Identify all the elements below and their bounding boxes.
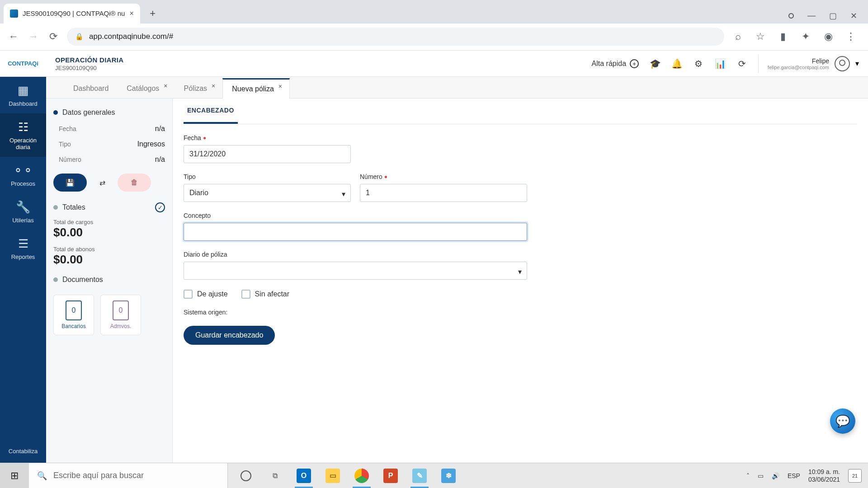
guardar-encabezado-button[interactable]: Guardar encabezado — [184, 326, 275, 345]
save-pill-button[interactable]: 💾 — [53, 174, 87, 192]
reading-list-icon[interactable]: ▮ — [777, 30, 789, 43]
menu-icon[interactable]: ⋮ — [844, 30, 857, 43]
close-tab-icon[interactable]: × — [129, 9, 133, 18]
doc-label: Bancarios — [61, 323, 85, 329]
user-menu[interactable]: Felipe felipe.garcia@contpaqi.com ▾ — [758, 55, 859, 73]
notepad-icon[interactable]: ✎ — [406, 463, 433, 488]
powerpoint-icon[interactable]: P — [377, 463, 404, 488]
browser-tab[interactable]: JES900109Q90 | CONTPAQi® nu × — [4, 4, 140, 23]
link-pill-button[interactable]: ⇄ — [92, 174, 112, 192]
numero-input[interactable] — [360, 184, 527, 202]
header-title-block: OPERACIÓN DIARIA JES900109Q90 — [55, 56, 123, 71]
taskbar-search[interactable]: 🔍 Escribe aquí para buscar — [29, 463, 228, 488]
clock[interactable]: 10:09 a. m. 03/06/2021 — [808, 468, 840, 483]
outlook-icon[interactable]: O — [290, 463, 317, 488]
browser-tab-strip: JES900109Q90 | CONTPAQi® nu × + — ▢ ✕ — [0, 0, 868, 23]
alta-rapida-button[interactable]: Alta rápida + — [592, 59, 639, 68]
doc-count: 0 — [72, 306, 76, 314]
app-icon[interactable]: ❄ — [435, 463, 462, 488]
nav-reportes[interactable]: ☰ Reportes — [0, 230, 46, 267]
summary-row-numero: Número n/a — [46, 152, 172, 167]
chart-icon[interactable]: 📊 — [715, 58, 726, 69]
doc-card-bancarios[interactable]: 0 Bancarios — [53, 295, 94, 335]
procesos-icon: ⚬⚬ — [16, 163, 30, 178]
user-name: Felipe — [768, 57, 829, 65]
close-icon[interactable]: × — [212, 82, 215, 89]
lock-icon: 🔒 — [75, 33, 84, 41]
explorer-icon[interactable]: ▭ — [319, 463, 346, 488]
battery-icon[interactable]: ▭ — [758, 472, 764, 479]
chevron-down-icon: ▾ — [855, 59, 859, 68]
extensions-icon[interactable]: ✦ — [799, 30, 812, 43]
tray-chevron-icon[interactable]: ˄ — [746, 472, 750, 479]
nav-utilerias[interactable]: 🔧 Utilerías — [0, 193, 46, 230]
tab-label: Pólizas — [184, 84, 208, 93]
close-icon[interactable]: × — [278, 83, 282, 90]
header-subtitle: JES900109Q90 — [55, 65, 123, 71]
address-bar: ← → ⟳ 🔒 app.contpaqinube.com/# ⌕ ☆ ▮ ✦ ◉… — [0, 23, 868, 50]
tab-catalogos[interactable]: Catálogos × — [118, 79, 175, 98]
nav-label: Operación diaria — [2, 137, 44, 150]
link-icon: ⇄ — [99, 178, 105, 187]
delete-pill-button[interactable]: 🗑 — [118, 174, 151, 192]
reload-icon[interactable]: ⟳ — [47, 30, 60, 43]
language-indicator[interactable]: ESP — [788, 472, 800, 479]
summary-label: Tipo — [59, 141, 71, 148]
diario-select[interactable] — [184, 262, 527, 280]
search-placeholder: Escribe aquí para buscar — [53, 471, 144, 480]
tab-polizas[interactable]: Pólizas × — [175, 79, 223, 98]
fecha-input[interactable] — [184, 145, 351, 163]
forward-icon[interactable]: → — [27, 30, 40, 43]
nav-procesos[interactable]: ⚬⚬ Procesos — [0, 157, 46, 193]
sinafectar-checkbox[interactable]: Sin afectar — [241, 290, 289, 299]
minimize-icon[interactable]: — — [807, 11, 816, 20]
section-datos-generales[interactable]: Datos generales — [53, 108, 165, 117]
nav-label: Procesos — [11, 180, 35, 187]
taskview-icon[interactable]: ⧉ — [261, 463, 288, 488]
close-icon[interactable]: × — [164, 82, 167, 89]
notifications-icon[interactable]: 21 — [848, 469, 862, 483]
dot-icon — [53, 277, 58, 282]
cortana-icon[interactable] — [232, 463, 259, 488]
notif-count: 21 — [852, 473, 858, 479]
nav-operacion-diaria[interactable]: ☷ Operación diaria — [0, 113, 46, 157]
graduation-icon[interactable]: 🎓 — [650, 58, 660, 69]
numero-label: Número● — [360, 173, 527, 180]
close-window-icon[interactable]: ✕ — [850, 11, 857, 21]
section-label: Datos generales — [62, 108, 115, 117]
doc-card-admvos[interactable]: 0 Admvos. — [100, 295, 141, 335]
new-tab-button[interactable]: + — [145, 5, 161, 22]
summary-row-fecha: Fecha n/a — [46, 121, 172, 136]
nav-dashboard[interactable]: ▦ Dashboard — [0, 77, 46, 113]
fecha-label: Fecha● — [184, 134, 351, 141]
section-documentos[interactable]: Documentos — [53, 276, 165, 284]
app-logo[interactable]: CONTPAQi — [0, 51, 46, 77]
tipo-select[interactable] — [184, 184, 351, 202]
chrome-icon[interactable] — [348, 463, 375, 488]
nav-label: Reportes — [11, 253, 35, 260]
tab-nueva-poliza[interactable]: Nueva póliza × — [222, 78, 290, 99]
tab-dashboard[interactable]: Dashboard — [64, 79, 118, 98]
bell-icon[interactable]: 🔔 — [671, 58, 682, 69]
refresh-icon[interactable]: ⟳ — [736, 58, 747, 69]
volume-icon[interactable]: 🔊 — [772, 472, 779, 479]
form-tab-encabezado[interactable]: ENCABEZADO — [184, 99, 238, 124]
alta-rapida-label: Alta rápida — [592, 60, 627, 68]
back-icon[interactable]: ← — [7, 30, 20, 43]
concepto-input[interactable] — [184, 223, 527, 241]
account-dot-icon[interactable] — [788, 13, 794, 19]
chat-fab[interactable]: 💬 — [830, 408, 855, 434]
gear-icon[interactable]: ⚙ — [693, 58, 704, 69]
bookmark-icon[interactable]: ☆ — [754, 30, 767, 43]
start-button[interactable]: ⊞ — [0, 463, 29, 488]
profile-icon[interactable]: ◉ — [822, 30, 835, 43]
maximize-icon[interactable]: ▢ — [829, 11, 837, 21]
section-totales[interactable]: Totales ✓ — [53, 202, 165, 212]
ajuste-checkbox[interactable]: De ajuste — [184, 290, 228, 299]
nav-footer[interactable]: Contabiliza — [0, 440, 46, 463]
trash-icon: 🗑 — [131, 178, 138, 187]
url-input[interactable]: 🔒 app.contpaqinube.com/# — [67, 28, 724, 46]
search-icon[interactable]: ⌕ — [731, 30, 744, 43]
file-icon: 0 — [113, 300, 129, 320]
doc-label: Admvos. — [110, 323, 132, 329]
